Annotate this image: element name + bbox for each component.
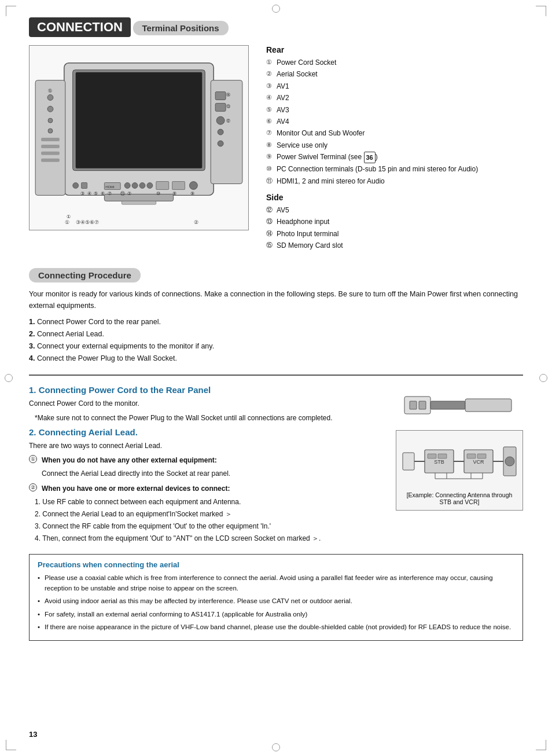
option2-step-2: 2. Connect the Aerial Lead to an equipme… bbox=[35, 509, 387, 520]
power-cord-diagram bbox=[402, 385, 517, 425]
antenna-caption: [Example: Connecting Antenna through STB… bbox=[401, 491, 518, 505]
terminal-labels: Rear ① Power Cord Socket ② Aerial Socket… bbox=[260, 45, 523, 258]
side-label: Side bbox=[266, 193, 523, 202]
svg-text:③: ③ bbox=[80, 191, 84, 196]
side-item-2: ⑬ Headphone input bbox=[266, 216, 523, 227]
rear-item-9: ⑨ Power Swivel Terminal (see 36) bbox=[266, 151, 523, 163]
connection-title: CONNECTION bbox=[29, 17, 131, 37]
option2-step-3: 3. Connect the RF cable from the equipme… bbox=[35, 521, 387, 532]
svg-point-20 bbox=[218, 141, 223, 146]
rear-item-3: ③ AV1 bbox=[266, 80, 523, 92]
step-2: 2. Connect Aerial Lead. bbox=[29, 328, 523, 340]
svg-text:①: ① bbox=[67, 214, 71, 219]
divider-thick bbox=[29, 375, 523, 376]
antenna-box: STB VCR bbox=[396, 430, 523, 511]
precaution-item-3: For safety, install an external aerial c… bbox=[38, 609, 514, 619]
svg-rect-51 bbox=[465, 399, 511, 412]
svg-point-27 bbox=[73, 183, 79, 189]
svg-point-6 bbox=[47, 94, 53, 100]
svg-text:⑩: ⑩ bbox=[156, 191, 160, 196]
rear-item-11: ⑪ HDMI1, 2 and mini stereo for Audio bbox=[266, 175, 523, 187]
rear-item-10: ⑩ PC Connection terminals (D-sub 15 pin … bbox=[266, 163, 523, 175]
svg-point-67 bbox=[505, 457, 514, 466]
connecting-steps: 1. Connect Power Cord to the rear panel.… bbox=[29, 316, 523, 365]
antenna-diagram-svg: STB VCR bbox=[402, 435, 517, 487]
svg-text:⑫: ⑫ bbox=[226, 119, 230, 123]
section1-note: *Make sure not to connect the Power Plug… bbox=[29, 413, 387, 424]
precautions-list: Please use a coaxial cable which is free… bbox=[38, 572, 514, 633]
svg-text:②: ② bbox=[194, 219, 198, 225]
svg-rect-13 bbox=[41, 159, 60, 162]
rear-label: Rear bbox=[266, 45, 523, 54]
precaution-item-2: Avoid using indoor aerial as this may be… bbox=[38, 596, 514, 606]
svg-text:⑭: ⑭ bbox=[226, 93, 230, 97]
connecting-procedure-tab: Connecting Procedure bbox=[29, 268, 141, 282]
svg-point-28 bbox=[124, 183, 130, 189]
tv-diagram: ⑮ ⑭ ⑬ ⑫ HDMI bbox=[29, 45, 249, 230]
precautions-box: Precautions when connecting the aerial P… bbox=[29, 554, 523, 641]
side-item-3: ⑭ Photo Input terminal bbox=[266, 228, 523, 240]
precaution-item-1: Please use a coaxial cable which is free… bbox=[38, 572, 514, 594]
svg-rect-59 bbox=[438, 454, 447, 458]
rear-item-4: ④ AV2 bbox=[266, 92, 523, 104]
section2-option1: ① When you do not have any other externa… bbox=[29, 455, 387, 466]
svg-text:⑪: ⑪ bbox=[120, 191, 125, 196]
rear-item-2: ② Aerial Socket bbox=[266, 68, 523, 80]
svg-point-7 bbox=[47, 106, 53, 112]
side-items-list: ⑫ AV5 ⑬ Headphone input ⑭ Photo Input te… bbox=[266, 204, 523, 252]
center-mark-bottom bbox=[272, 743, 280, 751]
page-number: 13 bbox=[29, 730, 37, 739]
corner-mark-br bbox=[536, 740, 546, 750]
svg-rect-26 bbox=[82, 183, 87, 189]
svg-rect-53 bbox=[419, 401, 426, 409]
option2-step-1: 1. Use RF cable to connect between each … bbox=[35, 497, 387, 508]
svg-rect-49 bbox=[404, 397, 430, 414]
corner-mark-tl bbox=[6, 6, 16, 16]
rear-item-8: ⑧ Service use only bbox=[266, 140, 523, 151]
side-item-4: ⑮ SD Memory Card slot bbox=[266, 240, 523, 251]
svg-text:HDMI: HDMI bbox=[105, 185, 115, 189]
precautions-title: Precautions when connecting the aerial bbox=[38, 560, 514, 569]
svg-rect-17 bbox=[215, 103, 226, 111]
svg-rect-58 bbox=[428, 454, 436, 458]
svg-point-9 bbox=[48, 129, 53, 133]
svg-rect-2 bbox=[76, 72, 203, 168]
svg-text:③④⑤⑥⑦: ③④⑤⑥⑦ bbox=[76, 219, 99, 225]
section2-option1-text: Connect the Aerial Lead directly into th… bbox=[29, 468, 387, 479]
svg-point-8 bbox=[48, 118, 53, 123]
right-diagram: STB VCR bbox=[396, 385, 523, 546]
svg-rect-54 bbox=[403, 453, 414, 470]
svg-point-29 bbox=[132, 183, 138, 189]
option2-step-4: 4. Then, connect from the equipment 'Out… bbox=[35, 533, 387, 544]
svg-rect-11 bbox=[41, 145, 60, 148]
svg-rect-64 bbox=[477, 454, 486, 458]
section2-option2-steps: 1. Use RF cable to connect between each … bbox=[29, 497, 387, 545]
rear-item-7: ⑦ Monitor Out and Sub Woofer bbox=[266, 127, 523, 139]
step-1: 1. Connect Power Cord to the rear panel. bbox=[29, 316, 523, 328]
connecting-intro: Your monitor is ready for various kinds … bbox=[29, 288, 523, 311]
svg-text:⑤: ⑤ bbox=[94, 191, 98, 196]
precaution-item-4: If there are noise appearance in the pic… bbox=[38, 622, 514, 632]
svg-rect-63 bbox=[467, 454, 476, 458]
svg-point-34 bbox=[189, 182, 197, 190]
center-mark-left bbox=[5, 374, 13, 382]
rear-item-1: ① Power Cord Socket bbox=[266, 57, 523, 68]
svg-text:⑨: ⑨ bbox=[190, 191, 194, 196]
svg-text:STB: STB bbox=[434, 459, 444, 465]
corner-mark-tr bbox=[536, 6, 546, 16]
svg-rect-52 bbox=[410, 401, 417, 409]
svg-text:②: ② bbox=[127, 191, 131, 196]
svg-text:④: ④ bbox=[87, 191, 91, 196]
side-item-1: ⑫ AV5 bbox=[266, 204, 523, 216]
rear-items-list: ① Power Cord Socket ② Aerial Socket ③ AV… bbox=[266, 57, 523, 187]
svg-text:⑦: ⑦ bbox=[108, 191, 112, 196]
center-mark-right bbox=[539, 374, 547, 382]
svg-text:⑥: ⑥ bbox=[101, 191, 105, 196]
svg-rect-50 bbox=[430, 401, 465, 409]
step-4: 4. Connect the Power Plug to the Wall So… bbox=[29, 353, 523, 365]
svg-text:⑮: ⑮ bbox=[48, 89, 52, 93]
svg-rect-12 bbox=[41, 152, 60, 155]
section2-header: 2. Connecting Aerial Lead. bbox=[29, 427, 387, 437]
terminal-positions-tab: Terminal Positions bbox=[133, 21, 229, 35]
svg-point-18 bbox=[216, 116, 225, 124]
